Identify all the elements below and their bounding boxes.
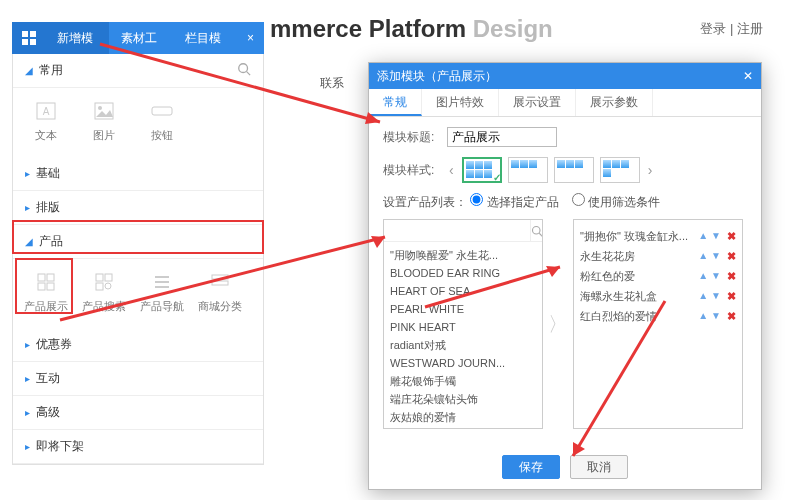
svg-text:A: A	[43, 106, 50, 117]
modal-titlebar: 添加模块（产品展示） ✕	[369, 63, 761, 89]
page-title: mmerce Platform Design	[270, 15, 553, 43]
style-prev-icon[interactable]: ‹	[447, 162, 456, 178]
list-item[interactable]: "用吻唤醒爱" 永生花...	[390, 246, 536, 264]
move-up-icon[interactable]: ▲	[698, 226, 708, 246]
modal-tab-params[interactable]: 展示参数	[576, 89, 653, 116]
style-next-icon[interactable]: ›	[646, 162, 655, 178]
remove-icon[interactable]: ✖	[727, 266, 736, 286]
list-icon	[133, 269, 191, 295]
list-item[interactable]: HEART OF SEA	[390, 282, 536, 300]
move-down-icon[interactable]: ▼	[711, 246, 721, 266]
text-icon: A	[17, 98, 75, 124]
contact-tab[interactable]: 联系	[320, 75, 344, 92]
modal-tab-display[interactable]: 展示设置	[499, 89, 576, 116]
list-item[interactable]: 玫瑰花组合	[390, 426, 536, 429]
grid-button[interactable]	[12, 22, 45, 54]
button-icon	[133, 98, 191, 124]
style-label: 模块样式:	[383, 162, 447, 179]
sidebar-section-advanced[interactable]: ▸高级	[13, 396, 263, 430]
tool-product-display[interactable]: 产品展示	[17, 269, 75, 314]
tool-product-search[interactable]: 产品搜索	[75, 269, 133, 314]
tool-image[interactable]: 图片	[75, 98, 133, 143]
svg-point-24	[533, 226, 541, 234]
toolbar-close-icon[interactable]: ×	[237, 31, 264, 45]
toolbar-tab-column[interactable]: 栏目模块	[173, 22, 237, 54]
remove-icon[interactable]: ✖	[727, 306, 736, 326]
sidebar-section-basic[interactable]: ▸基础	[13, 157, 263, 191]
tool-text[interactable]: A文本	[17, 98, 75, 143]
remove-icon[interactable]: ✖	[727, 246, 736, 266]
move-down-icon[interactable]: ▼	[711, 266, 721, 286]
common-tools: A文本 图片 按钮	[13, 88, 263, 157]
tool-button[interactable]: 按钮	[133, 98, 191, 143]
cancel-button[interactable]: 取消	[570, 455, 628, 479]
list-item[interactable]: radiant对戒	[390, 336, 536, 354]
radio-use-filter[interactable]: 使用筛选条件	[572, 195, 660, 209]
move-down-icon[interactable]: ▼	[711, 226, 721, 246]
selected-item: 永生花花房▲▼✖	[580, 246, 736, 266]
sidebar-section-common[interactable]: ◢ 常用	[13, 54, 263, 88]
search-icon[interactable]	[530, 220, 543, 241]
chevron-right-icon: 〉	[548, 311, 568, 338]
list-item[interactable]: 灰姑娘的爱情	[390, 408, 536, 426]
caret-right-icon: ▸	[25, 373, 30, 384]
selected-item: 海螺永生花礼盒▲▼✖	[580, 286, 736, 306]
move-up-icon[interactable]: ▲	[698, 246, 708, 266]
product-search-input[interactable]	[384, 220, 530, 241]
product-tools: 产品展示 产品搜索 产品导航 商城分类	[13, 259, 263, 328]
auth-links: 登录 | 注册	[700, 20, 763, 38]
save-button[interactable]: 保存	[502, 455, 560, 479]
caret-right-icon: ▸	[25, 339, 30, 350]
module-title-input[interactable]	[447, 127, 557, 147]
sidebar-section-layout[interactable]: ▸排版	[13, 191, 263, 225]
modal-tabs: 常规 图片特效 展示设置 展示参数	[369, 89, 761, 117]
move-down-icon[interactable]: ▼	[711, 306, 721, 326]
move-up-icon[interactable]: ▲	[698, 286, 708, 306]
caret-down-icon: ◢	[25, 236, 33, 247]
selected-products-list: "拥抱你" 玫瑰金缸永...▲▼✖永生花花房▲▼✖粉红色的爱▲▼✖海螺永生花礼盒…	[573, 219, 743, 429]
modal-tab-general[interactable]: 常规	[369, 89, 422, 116]
svg-point-18	[105, 283, 111, 289]
list-item[interactable]: 端庄花朵镶钻头饰	[390, 390, 536, 408]
svg-rect-22	[212, 275, 228, 279]
style-option-4[interactable]	[600, 157, 640, 183]
style-option-1[interactable]	[462, 157, 502, 183]
list-item[interactable]: PINK HEART	[390, 318, 536, 336]
radio-select-products[interactable]: 选择指定产品	[470, 195, 558, 209]
modal-close-icon[interactable]: ✕	[743, 63, 753, 89]
search-icon[interactable]	[237, 62, 251, 79]
list-item[interactable]: BLOODED EAR RING	[390, 264, 536, 282]
move-up-icon[interactable]: ▲	[698, 266, 708, 286]
style-option-3[interactable]	[554, 157, 594, 183]
list-item[interactable]: 雕花银饰手镯	[390, 372, 536, 390]
svg-line-5	[247, 72, 251, 76]
svg-rect-0	[22, 31, 28, 37]
add-module-modal: 添加模块（产品展示） ✕ 常规 图片特效 展示设置 展示参数 模块标题: 模块样…	[368, 62, 762, 490]
style-option-2[interactable]	[508, 157, 548, 183]
caret-right-icon: ▸	[25, 168, 30, 179]
tool-product-nav[interactable]: 产品导航	[133, 269, 191, 314]
sidebar-section-interaction[interactable]: ▸互动	[13, 362, 263, 396]
sidebar-section-products[interactable]: ◢产品	[13, 225, 263, 259]
selected-item: "拥抱你" 玫瑰金缸永...▲▼✖	[580, 226, 736, 246]
transfer-arrow[interactable]: 〉	[549, 219, 567, 429]
login-link[interactable]: 登录	[700, 21, 726, 36]
move-down-icon[interactable]: ▼	[711, 286, 721, 306]
sidebar-section-coupon[interactable]: ▸优惠券	[13, 328, 263, 362]
sidebar-section-coming[interactable]: ▸即将下架	[13, 430, 263, 464]
list-item[interactable]: PEARL WHITE	[390, 300, 536, 318]
toolbar-tab-add[interactable]: 新增模块	[45, 22, 109, 54]
caret-right-icon: ▸	[25, 407, 30, 418]
remove-icon[interactable]: ✖	[727, 226, 736, 246]
category-icon	[191, 269, 249, 295]
remove-icon[interactable]: ✖	[727, 286, 736, 306]
selected-item: 红白烈焰的爱情▲▼✖	[580, 306, 736, 326]
search-grid-icon	[75, 269, 133, 295]
move-up-icon[interactable]: ▲	[698, 306, 708, 326]
modal-tab-effects[interactable]: 图片特效	[422, 89, 499, 116]
register-link[interactable]: 注册	[737, 21, 763, 36]
toolbar-tab-material[interactable]: 素材工厂	[109, 22, 173, 54]
list-item[interactable]: WESTWARD JOURN...	[390, 354, 536, 372]
tool-mall-cat[interactable]: 商城分类	[191, 269, 249, 314]
image-icon	[75, 98, 133, 124]
